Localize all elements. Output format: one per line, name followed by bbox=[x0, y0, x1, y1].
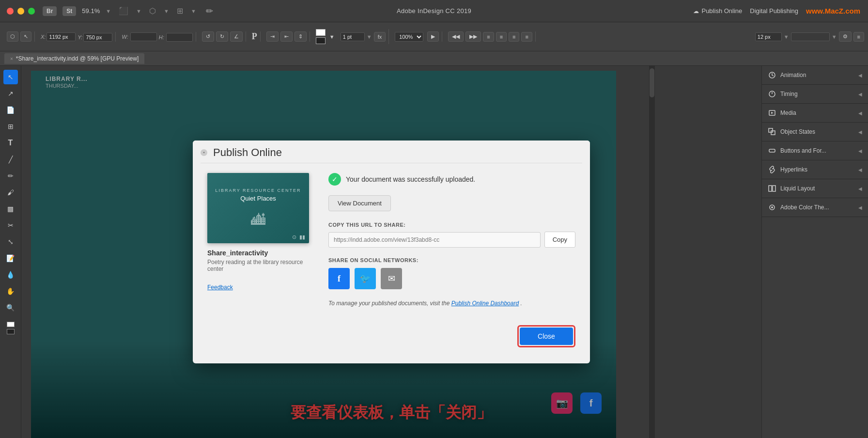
buttons-forms-panel-header[interactable]: Buttons and For... ◀ bbox=[762, 141, 868, 160]
adobe-color-panel-header[interactable]: Adobe Color The... ◀ bbox=[762, 198, 868, 217]
stroke-expand-button[interactable]: fx bbox=[374, 32, 386, 42]
close-button[interactable]: Close bbox=[520, 328, 573, 345]
wh-group: W: H: bbox=[119, 32, 196, 42]
stroke-input[interactable] bbox=[341, 32, 365, 41]
select-tool-button[interactable]: ⬡ bbox=[7, 31, 18, 42]
facebook-share-button[interactable]: f bbox=[328, 268, 350, 289]
opacity-expand-button[interactable]: ▶ bbox=[427, 31, 439, 42]
adobe-color-toggle-icon: ◀ bbox=[858, 205, 862, 210]
y-input[interactable] bbox=[83, 33, 112, 42]
content-collector-tool[interactable]: ⊞ bbox=[3, 119, 18, 134]
font-size-input[interactable] bbox=[755, 32, 782, 41]
direct-select-tool[interactable]: ↗ bbox=[3, 86, 18, 101]
buttons-forms-panel-left: Buttons and For... bbox=[768, 146, 826, 155]
paintbrush-tool[interactable]: 🖌 bbox=[3, 185, 18, 200]
pencil-tool[interactable]: ✏ bbox=[3, 169, 18, 183]
justify-text-button[interactable]: ≡ bbox=[521, 32, 532, 42]
macz-watermark: www.MacZ.com bbox=[806, 7, 860, 15]
align-center-text-button[interactable]: ≡ bbox=[496, 32, 507, 42]
thumbnail-content: LIBRARY RESOURCE CENTER Quiet Places 🏙 bbox=[215, 188, 301, 228]
animation-panel-left: Animation bbox=[768, 71, 806, 79]
copy-button[interactable]: Copy bbox=[544, 232, 575, 248]
svg-rect-6 bbox=[769, 149, 775, 152]
manage-prefix: To manage your published documents, visi… bbox=[328, 300, 451, 307]
page-tool[interactable]: 📄 bbox=[3, 103, 18, 117]
coordinates-group: X: Y: bbox=[38, 32, 116, 42]
distribute-button[interactable]: ⇕ bbox=[294, 31, 307, 42]
copy-url-row: https://indd.adobe.com/view/13f3abd8-cc … bbox=[328, 232, 575, 248]
stock-icon[interactable]: St bbox=[62, 6, 76, 16]
main-area: ↖ ↗ 📄 ⊞ T ╱ ✏ 🖌 ▩ ✂ ⤡ 📝 💧 ✋ 🔍 LIBRARY R.… bbox=[0, 66, 868, 438]
modal-close-x-button[interactable]: • bbox=[201, 149, 207, 156]
w-label: W: bbox=[122, 34, 128, 40]
modal-footer: Close bbox=[193, 317, 590, 357]
gradient-tool[interactable]: ▩ bbox=[3, 202, 18, 216]
document-name: Share_interactivity bbox=[207, 249, 314, 257]
publish-online-button[interactable]: ☁ Publish Online bbox=[693, 7, 742, 15]
success-row: ✓ Your document was successfully uploade… bbox=[328, 173, 575, 186]
selection-tool[interactable]: ↖ bbox=[3, 70, 18, 84]
publish-online-dashboard-link[interactable]: Publish Online Dashboard bbox=[451, 300, 519, 307]
hyperlinks-panel-header[interactable]: Hyperlinks ◀ bbox=[762, 160, 868, 179]
transform-tool[interactable]: ⤡ bbox=[3, 235, 18, 249]
size-increase-button[interactable]: ▶▶ bbox=[465, 31, 481, 42]
media-icon bbox=[768, 109, 776, 117]
animation-panel-header[interactable]: Animation ◀ bbox=[762, 66, 868, 84]
liquid-layout-panel-header[interactable]: Liquid Layout ◀ bbox=[762, 179, 868, 198]
object-states-panel-header[interactable]: Object States ◀ bbox=[762, 123, 868, 141]
minimize-window-button[interactable] bbox=[17, 8, 24, 15]
twitter-share-button[interactable]: 🐦 bbox=[355, 268, 376, 289]
eyedropper-tool[interactable]: 💧 bbox=[3, 267, 18, 282]
x-input[interactable] bbox=[46, 32, 76, 41]
size-group: ◀◀ ▶▶ ≡ ≡ ≡ ≡ bbox=[445, 31, 536, 42]
align-left-button[interactable]: ⇥ bbox=[266, 31, 279, 42]
fill-stroke-selector[interactable] bbox=[3, 321, 18, 335]
panel-toggle-button[interactable]: ≡ bbox=[853, 32, 864, 42]
document-thumbnail: LIBRARY RESOURCE CENTER Quiet Places 🏙 ⊙… bbox=[207, 173, 309, 243]
scissors-tool[interactable]: ✂ bbox=[3, 218, 18, 233]
settings-button[interactable]: ⚙ bbox=[839, 31, 852, 42]
timing-label: Timing bbox=[780, 91, 798, 97]
liquid-layout-panel-section: Liquid Layout ◀ bbox=[762, 179, 868, 198]
tab-close-button[interactable]: × bbox=[10, 56, 13, 62]
opacity-select[interactable]: 100% bbox=[395, 32, 423, 42]
app-title: Adobe InDesign CC 2019 bbox=[397, 7, 471, 15]
bridge-icon[interactable]: Br bbox=[43, 6, 57, 16]
timing-panel-left: Timing bbox=[768, 90, 798, 98]
feedback-link[interactable]: Feedback bbox=[207, 284, 314, 291]
transform-angle-button[interactable]: ∠ bbox=[230, 31, 243, 42]
align-right-text-button[interactable]: ≡ bbox=[509, 32, 519, 42]
document-tab[interactable]: × *Share_interactivity.indd @ 59% [GPU P… bbox=[4, 53, 145, 64]
rotate-cw-button[interactable]: ↻ bbox=[216, 31, 228, 42]
type-tool[interactable]: T bbox=[3, 136, 18, 150]
h-input[interactable] bbox=[166, 33, 193, 42]
rotate-ccw-button[interactable]: ↺ bbox=[202, 31, 214, 42]
traffic-lights bbox=[0, 8, 35, 15]
email-share-button[interactable]: ✉ bbox=[381, 268, 402, 289]
w-input[interactable] bbox=[130, 32, 157, 41]
x-coord-field: X: bbox=[41, 32, 76, 41]
align-left-text-button[interactable]: ≡ bbox=[483, 32, 494, 42]
opacity-group: 100% ▶ bbox=[392, 31, 442, 42]
align-right-button[interactable]: ⇤ bbox=[280, 31, 293, 42]
zoom-tool[interactable]: 🔍 bbox=[3, 300, 18, 315]
svg-marker-3 bbox=[771, 112, 774, 114]
direct-select-tool-button[interactable]: ↖ bbox=[20, 31, 31, 42]
canvas-area: LIBRARY R... THURSDAY... 📷 f 要查看仪表板，单击「关… bbox=[21, 66, 761, 438]
font-size-field2[interactable] bbox=[791, 32, 830, 41]
timing-panel-header[interactable]: Timing ◀ bbox=[762, 85, 868, 103]
note-tool[interactable]: 📝 bbox=[3, 251, 18, 266]
publish-online-modal: • Publish Online LIBRARY RESOURCE CENTER… bbox=[193, 141, 590, 363]
close-window-button[interactable] bbox=[7, 8, 14, 15]
media-panel-header[interactable]: Media ◀ bbox=[762, 104, 868, 122]
document-description: Poetry reading at the library resource c… bbox=[207, 259, 314, 272]
zoom-window-button[interactable] bbox=[28, 8, 35, 15]
hand-tool[interactable]: ✋ bbox=[3, 284, 18, 298]
stroke-group: ▼ ▼ fx bbox=[313, 29, 389, 44]
line-tool[interactable]: ╱ bbox=[3, 152, 18, 167]
svg-rect-8 bbox=[773, 186, 775, 191]
size-decrease-button[interactable]: ◀◀ bbox=[448, 31, 464, 42]
view-document-button[interactable]: View Document bbox=[328, 195, 391, 211]
digital-publishing-label: Digital Publishing bbox=[750, 7, 798, 15]
animation-label: Animation bbox=[780, 72, 806, 78]
